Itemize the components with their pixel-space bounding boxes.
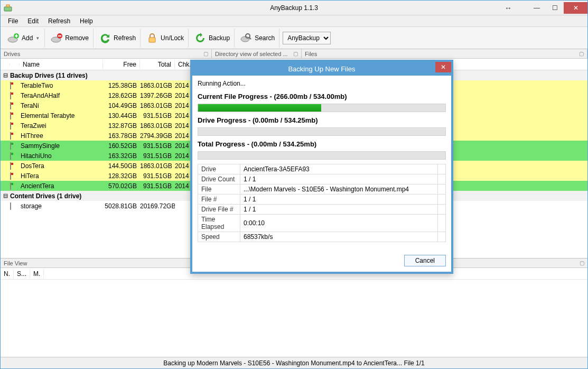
drives-panel-header: Drives▢: [1, 49, 212, 58]
search-label: Search: [255, 34, 275, 42]
svg-point-7: [241, 36, 249, 42]
drive-total: 1863.01GB: [140, 82, 175, 89]
drive-name: HiTera: [20, 172, 103, 180]
panel-toggle-icon[interactable]: ▢: [579, 51, 584, 57]
collapse-icon[interactable]: ⊟: [1, 72, 10, 79]
titlebar-controls: ↔ — ☐ ✕: [499, 2, 587, 14]
drive-name: HiThree: [20, 132, 103, 140]
panel-headers: Drives▢ Directory view of selected ...▢ …: [1, 49, 587, 59]
drive-free: 570.02GB: [103, 182, 140, 190]
add-icon: [7, 32, 20, 44]
collapse-icon[interactable]: ⊟: [1, 192, 10, 199]
drive-name: HitachiUno: [20, 152, 103, 160]
drive-free: 104.49GB: [103, 102, 140, 109]
drive-name: TeraNi: [20, 102, 103, 109]
menu-file[interactable]: File: [4, 16, 22, 26]
total-progress-label: Total Progress - (0.00mb / 534.25mb): [198, 140, 446, 148]
statusbar: Backing up Modern Marvels - S10E56 - Was…: [1, 357, 587, 368]
drive-progress-label: Drive Progress - (0.00mb / 534.25mb): [198, 116, 446, 124]
unlock-label: Un/Lock: [161, 34, 184, 42]
svg-rect-0: [4, 7, 12, 11]
drive-total: 931.51GB: [140, 172, 175, 180]
remove-button[interactable]: Remove: [46, 29, 94, 48]
menu-help[interactable]: Help: [76, 16, 97, 26]
maximize-button[interactable]: ☐: [546, 2, 564, 14]
backup-selector[interactable]: AnyBackup: [283, 32, 331, 44]
expand-button[interactable]: ↔: [499, 2, 517, 14]
panel-toggle-icon[interactable]: ▢: [203, 51, 208, 57]
dialog-titlebar: Backing Up New Files ✕: [192, 62, 451, 76]
search-icon: [240, 32, 253, 44]
dirview-panel-header: Directory view of selected ...▢: [212, 49, 302, 58]
col-name[interactable]: Name: [20, 60, 103, 69]
titlebar: AnyBackup 1.1.3 ↔ — ☐ ✕: [1, 1, 587, 15]
col-free[interactable]: Free: [103, 60, 140, 69]
drive-name: SammySingle: [20, 142, 103, 150]
refresh-button[interactable]: Refresh: [95, 29, 141, 48]
drive-total: 1863.01GB: [140, 122, 175, 130]
panel-toggle-icon[interactable]: ▢: [293, 51, 298, 57]
fv-col-s[interactable]: S...: [14, 269, 30, 279]
toolbar: Add ▾ Remove Refresh Un/Lock Backup Sear…: [1, 27, 587, 49]
drive-free: 130.44GB: [103, 112, 140, 119]
drive-free: 144.50GB: [103, 162, 140, 170]
detail-table: DriveAncientTera-3A5EFA93 Drive Count1 /…: [198, 164, 446, 242]
drive-total: 20169.72GB: [140, 202, 175, 210]
panel-toggle-icon[interactable]: ▢: [580, 260, 584, 266]
current-progress-label: Current File Progress - (266.00mb / 534.…: [198, 93, 446, 100]
drive-free: 125.38GB: [103, 82, 140, 89]
drive-total: 931.51GB: [140, 112, 175, 119]
menu-refresh[interactable]: Refresh: [44, 16, 74, 26]
drive-free: 160.52GB: [103, 142, 140, 150]
drive-free: 163.32GB: [103, 152, 140, 160]
drive-icon: [10, 92, 11, 99]
drive-name: TeraAndAHalf: [20, 92, 103, 99]
fileview-panel[interactable]: N. S... M.: [1, 268, 587, 357]
app-icon: [4, 4, 12, 12]
running-label: Running Action...: [198, 80, 446, 87]
lock-icon: [146, 32, 158, 44]
drive-icon: [10, 202, 11, 210]
drive-free: 5028.81GB: [103, 202, 140, 210]
drive-name: DosTera: [20, 162, 103, 170]
drive-icon: [10, 182, 11, 190]
search-button[interactable]: Search: [236, 29, 279, 48]
svg-rect-6: [149, 38, 155, 42]
drive-total: 931.51GB: [140, 182, 175, 190]
minimize-button[interactable]: —: [528, 2, 546, 14]
backup-label: Backup: [209, 34, 230, 42]
status-text: Backing up Modern Marvels - S10E56 - Was…: [163, 359, 424, 367]
backup-dialog: Backing Up New Files ✕ Running Action...…: [190, 60, 453, 274]
add-dropdown-icon[interactable]: ▾: [35, 35, 40, 41]
drive-progress-bar: [198, 127, 446, 136]
drive-total: 931.51GB: [140, 152, 175, 160]
drive-total: 1863.01GB: [140, 102, 175, 109]
titlebar-title: AnyBackup 1.1.3: [270, 4, 318, 12]
menu-edit[interactable]: Edit: [23, 16, 43, 26]
drive-free: 163.78GB: [103, 132, 140, 140]
dialog-close-button[interactable]: ✕: [435, 62, 451, 72]
drive-icon: [10, 82, 11, 89]
add-button[interactable]: Add ▾: [3, 29, 45, 48]
fv-col-m[interactable]: M.: [30, 269, 44, 279]
drive-icon: [10, 132, 11, 140]
unlock-button[interactable]: Un/Lock: [142, 29, 189, 48]
add-label: Add: [22, 34, 33, 42]
menubar: File Edit Refresh Help: [1, 15, 587, 27]
refresh-label: Refresh: [114, 34, 136, 42]
drive-icon: [10, 162, 11, 170]
drive-name: Elemental Terabyte: [20, 112, 103, 119]
remove-icon: [50, 32, 63, 44]
fv-col-n[interactable]: N.: [1, 269, 14, 279]
col-total[interactable]: Total: [140, 60, 175, 69]
cancel-button[interactable]: Cancel: [404, 255, 446, 266]
drive-free: 128.32GB: [103, 172, 140, 180]
dialog-title: Backing Up New Files: [288, 65, 355, 73]
drive-icon: [10, 142, 11, 150]
drive-icon: [10, 112, 11, 119]
backup-button[interactable]: Backup: [190, 29, 235, 48]
close-button[interactable]: ✕: [564, 2, 587, 14]
drive-name: TeraZwei: [20, 122, 103, 130]
total-progress-bar: [198, 151, 446, 160]
current-progress-bar: [198, 104, 446, 112]
